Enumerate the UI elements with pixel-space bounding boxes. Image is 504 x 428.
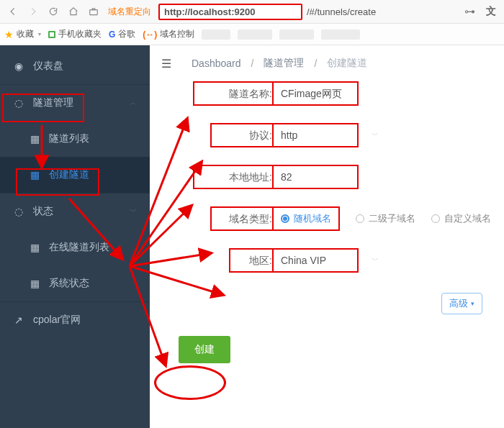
sidebar-item-label: cpolar官网 [33, 314, 81, 327]
external-link-icon: ↗ [13, 314, 24, 326]
chevron-down-icon[interactable]: ﹀ [372, 255, 379, 265]
tunnel-form: 隧道名称: CFimage网页 协议: http ﹀ 本地地址: 82 域名类型… [150, 81, 504, 363]
sidebar-item-tunnel-mgmt[interactable]: ◌ 隧道管理 ︿ [0, 85, 150, 121]
select-region[interactable]: China VIP [272, 248, 359, 273]
redacted-bookmark [279, 29, 314, 40]
advanced-button[interactable]: 高级 ▾ [441, 293, 482, 314]
row-protocol: 协议: http ﹀ [157, 123, 497, 147]
radio-sub-domain[interactable]: 二级子域名 [356, 212, 415, 225]
input-local-addr[interactable]: 82 [272, 165, 359, 189]
crumb-dashboard[interactable]: Dashboard [192, 58, 241, 69]
svg-rect-1 [92, 9, 95, 10]
bookmark-google[interactable]: G谷歌 [109, 28, 135, 40]
label-region: 地区: [229, 248, 272, 273]
back-icon[interactable] [4, 3, 22, 20]
briefcase-icon[interactable] [85, 3, 102, 20]
sidebar-item-official-site[interactable]: ↗ cpolar官网 [0, 302, 150, 338]
redacted-bookmark [202, 29, 230, 40]
redacted-bookmark [238, 29, 272, 40]
home-icon[interactable] [65, 3, 82, 20]
sidebar-item-label: 隧道列表 [49, 132, 89, 145]
sidebar-item-label: 系统状态 [49, 277, 89, 290]
create-button[interactable]: 创建 [179, 336, 230, 363]
grid-icon: ▦ [29, 278, 40, 289]
row-domain-type: 域名类型: 随机域名 二级子域名 自定义域名 [157, 206, 497, 231]
sidebar-item-label: 状态 [33, 205, 53, 218]
grid-icon: ▦ [29, 169, 40, 181]
sidebar-item-create-tunnel[interactable]: ▦ 创建隧道 [0, 157, 150, 193]
label-tunnel-name: 隧道名称: [193, 81, 272, 106]
gauge-icon: ◉ [13, 60, 24, 72]
forward-icon[interactable] [24, 3, 42, 20]
sidebar-item-label: 在线隧道列表 [49, 241, 109, 254]
main-content: ☰ Dashboard / 隧道管理 / 创建隧道 隧道名称: CFimage网… [150, 45, 504, 428]
hamburger-icon[interactable]: ☰ [161, 57, 171, 70]
row-local-addr: 本地地址: 82 [157, 165, 497, 189]
sidebar-item-online-tunnels[interactable]: ▦ 在线隧道列表 [0, 229, 150, 265]
svg-rect-0 [90, 10, 98, 15]
grid-icon: ▦ [29, 133, 40, 145]
chevron-up-icon: ︿ [130, 98, 137, 108]
radio-random-domain[interactable]: 随机域名 [272, 206, 340, 231]
chevron-down-icon[interactable]: ﹀ [372, 130, 379, 140]
circle-icon: ◌ [13, 97, 24, 109]
radio-checked-icon [281, 214, 289, 223]
select-protocol[interactable]: http [272, 123, 359, 147]
crumb-create-tunnel: 创建隧道 [327, 57, 367, 70]
bookmark-bar: ★收藏▾ 手机收藏夹 G谷歌 (↔)域名控制 [0, 24, 504, 45]
redacted-bookmark [321, 29, 360, 40]
sidebar: ◉ 仪表盘 ◌ 隧道管理 ︿ ▦ 隧道列表 ▦ 创建隧道 ◌ 状态 ﹀ [0, 45, 150, 428]
radio-unchecked-icon [431, 214, 440, 223]
radio-custom-domain[interactable]: 自定义域名 [431, 212, 491, 225]
crumb-tunnel-mgmt[interactable]: 隧道管理 [264, 57, 304, 70]
input-tunnel-name[interactable]: CFimage网页 [272, 81, 359, 106]
label-local-addr: 本地地址: [193, 165, 272, 189]
chevron-down-icon: ▾ [471, 300, 474, 307]
browser-toolbar: 域名重定向 http://localhost:9200 /#/tunnels/c… [0, 0, 504, 24]
sidebar-item-status[interactable]: ◌ 状态 ﹀ [0, 193, 150, 229]
translate-icon[interactable]: 文 [482, 3, 500, 20]
sidebar-item-tunnel-list[interactable]: ▦ 隧道列表 [0, 121, 150, 157]
fav-button[interactable]: ★收藏▾ [4, 28, 41, 40]
label-domain-type: 域名类型: [210, 206, 272, 231]
url-highlighted[interactable]: http://localhost:9200 [158, 4, 302, 20]
reload-icon[interactable] [45, 3, 62, 20]
redirect-label: 域名重定向 [105, 6, 154, 18]
breadcrumb: ☰ Dashboard / 隧道管理 / 创建隧道 [150, 45, 504, 81]
circle-icon: ◌ [13, 206, 24, 217]
row-region: 地区: China VIP ﹀ [157, 248, 497, 273]
chevron-down-icon: ﹀ [130, 206, 137, 217]
radio-unchecked-icon [356, 214, 364, 223]
url-tail: /#/tunnels/create [307, 6, 458, 17]
bookmark-mobile[interactable]: 手机收藏夹 [48, 28, 102, 40]
bookmark-domain-ctrl[interactable]: (↔)域名控制 [143, 28, 194, 40]
sidebar-item-label: 创建隧道 [49, 168, 89, 181]
sidebar-item-label: 仪表盘 [33, 60, 63, 73]
sidebar-item-label: 隧道管理 [33, 96, 73, 109]
sidebar-item-system-status[interactable]: ▦ 系统状态 [0, 265, 150, 301]
sidebar-item-dashboard[interactable]: ◉ 仪表盘 [0, 48, 150, 84]
label-protocol: 协议: [210, 123, 272, 147]
key-icon[interactable]: ⊶ [461, 3, 478, 20]
row-tunnel-name: 隧道名称: CFimage网页 [157, 81, 497, 106]
grid-icon: ▦ [29, 242, 40, 253]
